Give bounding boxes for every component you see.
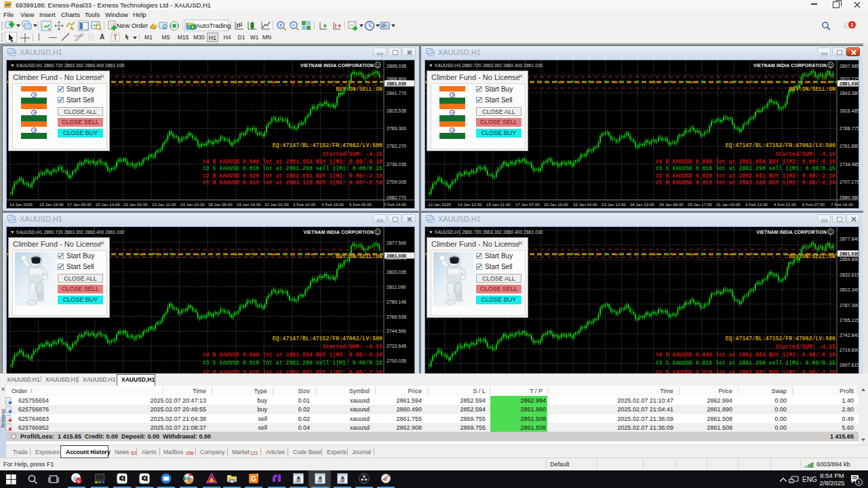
svg-text:EQ:47147/BL:47152/FR:47062/LV:: EQ:47147/BL:47152/FR:47062/LV:500 bbox=[726, 142, 835, 148]
svg-text:2709.005: 2709.005 bbox=[387, 180, 406, 184]
svg-text:#4 B XAUUSD 0.040 lot at 2861.: #4 B XAUUSD 0.040 lot at 2861.054 BUY 1|… bbox=[203, 352, 382, 358]
svg-text:#3 S XAUUSD 0.010 lot at 2861.: #3 S XAUUSD 0.010 lot at 2861.290 sell 1… bbox=[203, 360, 382, 366]
svg-text:3 Feb 10:00: 3 Feb 10:00 bbox=[293, 202, 316, 207]
svg-text:2815.535: 2815.535 bbox=[387, 108, 406, 113]
svg-text:2719.890: 2719.890 bbox=[840, 348, 859, 352]
svg-text:▼ XAUUSD,H1 2860.720 2863.392: ▼ XAUUSD,H1 2860.720 2863.392 2860.400 2… bbox=[429, 63, 543, 68]
svg-text:#2 B XAUUSD 0.020 lot at 2862.: #2 B XAUUSD 0.020 lot at 2862.081 BUY 1|… bbox=[656, 173, 835, 179]
svg-text:31 Jan 03:00: 31 Jan 03:00 bbox=[716, 202, 741, 207]
svg-text:22 Jan 02:00: 22 Jan 02:00 bbox=[123, 202, 148, 207]
svg-text:MT4: MT4 bbox=[316, 480, 322, 483]
svg-text:Started/SUM: -4.15: Started/SUM: -4.15 bbox=[776, 344, 836, 350]
svg-text:26 Jan 23:05: 26 Jan 23:05 bbox=[630, 202, 654, 207]
svg-text:2877.840: 2877.840 bbox=[840, 237, 859, 241]
svg-text:6 Feb 07:00: 6 Feb 07:00 bbox=[802, 202, 825, 207]
svg-text:2833.035: 2833.035 bbox=[387, 270, 406, 274]
svg-text:2788.775: 2788.775 bbox=[840, 126, 859, 131]
svg-text:2877.590: 2877.590 bbox=[387, 241, 406, 245]
svg-text:2897.985: 2897.985 bbox=[840, 64, 859, 68]
svg-text:7 Feb 14:00: 7 Feb 14:00 bbox=[384, 202, 407, 207]
svg-text:#2 B XAUUSD 0.020 lot at 2862.: #2 B XAUUSD 0.020 lot at 2862.081 BUY 1|… bbox=[203, 173, 382, 179]
svg-text:15 Jan 21:00: 15 Jan 21:00 bbox=[486, 202, 511, 207]
svg-text:2680.380: 2680.380 bbox=[840, 195, 859, 200]
svg-text:29 Jan 17:00: 29 Jan 17:00 bbox=[688, 202, 712, 207]
svg-text:7 Feb 16:00: 7 Feb 16:00 bbox=[831, 202, 854, 207]
svg-text:MT4: MT4 bbox=[338, 480, 344, 483]
svg-text:2843.380: 2843.380 bbox=[840, 91, 859, 96]
svg-text:3 Feb 12:00: 3 Feb 12:00 bbox=[745, 202, 768, 207]
svg-text:2811.090: 2811.090 bbox=[387, 285, 406, 289]
svg-text:2868.800: 2868.800 bbox=[387, 77, 406, 81]
svg-text:13 Jan 2025: 13 Jan 2025 bbox=[428, 202, 452, 207]
svg-text:2816.485: 2816.485 bbox=[840, 108, 859, 113]
svg-text:4 Feb 19:00: 4 Feb 19:00 bbox=[321, 202, 344, 207]
svg-text:MT4: MT4 bbox=[294, 480, 300, 483]
svg-text:Started/SUM: -4.15: Started/SUM: -4.15 bbox=[323, 344, 383, 350]
svg-text:24 Jan 20:00: 24 Jan 20:00 bbox=[180, 202, 205, 207]
svg-text:2766.535: 2766.535 bbox=[387, 314, 406, 319]
svg-text:2810.340: 2810.340 bbox=[840, 287, 859, 292]
svg-text:EQ:47147/BL:47152/FR:47062/LV:: EQ:47147/BL:47152/FR:47062/LV:500 bbox=[273, 142, 382, 148]
svg-text:2744.590: 2744.590 bbox=[387, 329, 406, 333]
svg-text:2734.985: 2734.985 bbox=[840, 162, 859, 167]
svg-text:2682.770: 2682.770 bbox=[387, 195, 406, 200]
svg-text:#1 B XAUUSD 0.010 lot at 2863.: #1 B XAUUSD 0.010 lot at 2863.128 BUY 1|… bbox=[203, 180, 382, 186]
svg-text:VIETNAM INDIA CORPORATION: VIETNAM INDIA CORPORATION bbox=[300, 63, 374, 68]
svg-text:▼ XAUUSD,H1 2860.720 2863.392: ▼ XAUUSD,H1 2860.720 2863.392 2860.400 2… bbox=[429, 230, 543, 235]
svg-text:28 Jan 06:00: 28 Jan 06:00 bbox=[208, 202, 233, 207]
svg-text:20 Jan 16:00: 20 Jan 16:00 bbox=[544, 202, 568, 207]
svg-text:2700.035: 2700.035 bbox=[387, 359, 406, 363]
svg-text:4 Feb 21:00: 4 Feb 21:00 bbox=[774, 202, 797, 207]
svg-text:#3 S XAUUSD 0.010 lot at 2861.: #3 S XAUUSD 0.010 lot at 2861.290 sell 1… bbox=[203, 165, 382, 171]
svg-text:2832.615: 2832.615 bbox=[840, 272, 859, 277]
svg-text:x: x bbox=[790, 480, 791, 483]
svg-text:#4 B XAUUSD 0.040 lot at 2861.: #4 B XAUUSD 0.040 lot at 2861.054 BUY 1|… bbox=[656, 159, 835, 165]
svg-text:14 Jan 12:00: 14 Jan 12:00 bbox=[458, 202, 482, 207]
svg-text:2722.645: 2722.645 bbox=[387, 344, 406, 348]
svg-text:#3 S XAUUSD 0.010 lot at 2861.: #3 S XAUUSD 0.010 lot at 2861.290 sell 1… bbox=[656, 165, 835, 171]
svg-text:2762.270: 2762.270 bbox=[387, 144, 406, 148]
svg-text:31 Jan 01:00: 31 Jan 01:00 bbox=[264, 202, 289, 207]
svg-text:28 Jan 08:00: 28 Jan 08:00 bbox=[659, 202, 684, 207]
svg-text:2765.115: 2765.115 bbox=[840, 318, 859, 323]
svg-text:VIETNAM INDIA CORPORTION: VIETNAM INDIA CORPORTION bbox=[304, 230, 374, 235]
svg-text:BUY:ON/SELL:ON: BUY:ON/SELL:ON bbox=[789, 86, 835, 92]
svg-text:17 Jan 07:00: 17 Jan 07:00 bbox=[515, 202, 540, 207]
svg-text:EQ:47147/BL:47152/FR:47062/LV:: EQ:47147/BL:47152/FR:47062/LV:500 bbox=[273, 336, 382, 342]
svg-text:VIETNAM INDIA CORPORATION: VIETNAM INDIA CORPORATION bbox=[753, 63, 827, 68]
svg-text:VIETNAM INDIA CORPORTION: VIETNAM INDIA CORPORTION bbox=[757, 230, 827, 235]
svg-text:23 Jan 11:00: 23 Jan 11:00 bbox=[152, 202, 176, 207]
svg-text:2789.145: 2789.145 bbox=[387, 300, 406, 304]
svg-text:#4 B XAUUSD 0.040 lot at 2861.: #4 B XAUUSD 0.040 lot at 2861.054 BUY 1|… bbox=[656, 352, 835, 358]
svg-text:20 Jan 14:00: 20 Jan 14:00 bbox=[96, 202, 120, 207]
svg-text:2895.035: 2895.035 bbox=[387, 64, 406, 68]
svg-text:2736.035: 2736.035 bbox=[387, 162, 406, 167]
svg-text:2854.890: 2854.890 bbox=[840, 257, 859, 262]
svg-text:22 Jan 04:00: 22 Jan 04:00 bbox=[573, 202, 597, 207]
svg-text:BUY:ON/SELL:ON: BUY:ON/SELL:ON bbox=[336, 86, 382, 92]
svg-text:Started/SUM: -4.15: Started/SUM: -4.15 bbox=[776, 151, 836, 157]
svg-text:2742.840: 2742.840 bbox=[840, 333, 859, 338]
svg-text:2787.390: 2787.390 bbox=[840, 303, 859, 308]
svg-text:G: G bbox=[251, 475, 256, 483]
svg-text:#3 S XAUUSD 0.010 lot at 2861.: #3 S XAUUSD 0.010 lot at 2861.290 sell 1… bbox=[656, 360, 835, 366]
svg-text:2861.030: 2861.030 bbox=[387, 253, 406, 258]
svg-text:23 Jan 13:00: 23 Jan 13:00 bbox=[601, 202, 626, 207]
svg-text:2861.030: 2861.030 bbox=[840, 81, 859, 86]
svg-text:2761.880: 2761.880 bbox=[840, 144, 859, 148]
svg-text:EQ:47147/BL:47152/FR:47062/LV:: EQ:47147/BL:47152/FR:47062/LV:500 bbox=[726, 336, 835, 342]
svg-text:2841.770: 2841.770 bbox=[387, 91, 406, 96]
svg-text:BUY:ON/SELL:ON: BUY:ON/SELL:ON bbox=[336, 253, 382, 260]
svg-text:BUY:ON/SELL:ON: BUY:ON/SELL:ON bbox=[789, 253, 835, 260]
svg-text:Started/SUM: -4.15: Started/SUM: -4.15 bbox=[323, 151, 383, 157]
svg-text:S: S bbox=[77, 479, 80, 483]
svg-text:29 Jan 15:00: 29 Jan 15:00 bbox=[237, 202, 261, 207]
svg-text:15 Jan 19:00: 15 Jan 19:00 bbox=[39, 202, 64, 207]
svg-text:T: T bbox=[113, 34, 117, 41]
svg-text:2697.615: 2697.615 bbox=[840, 363, 859, 367]
svg-text:6 Feb 05:00: 6 Feb 05:00 bbox=[349, 202, 372, 207]
svg-text:▼ XAUUSD,H1 2860.720 2863.392: ▼ XAUUSD,H1 2860.720 2863.392 2860.400 2… bbox=[10, 63, 125, 68]
svg-text:#1 B XAUUSD 0.010 lot at 2863.: #1 B XAUUSD 0.010 lot at 2863.128 BUY 1|… bbox=[656, 180, 835, 186]
svg-text:climber: climber bbox=[29, 268, 44, 273]
svg-text:▼ XAUUSD,H1 2860.720 2863.392: ▼ XAUUSD,H1 2860.720 2863.392 2860.400 2… bbox=[10, 230, 125, 235]
